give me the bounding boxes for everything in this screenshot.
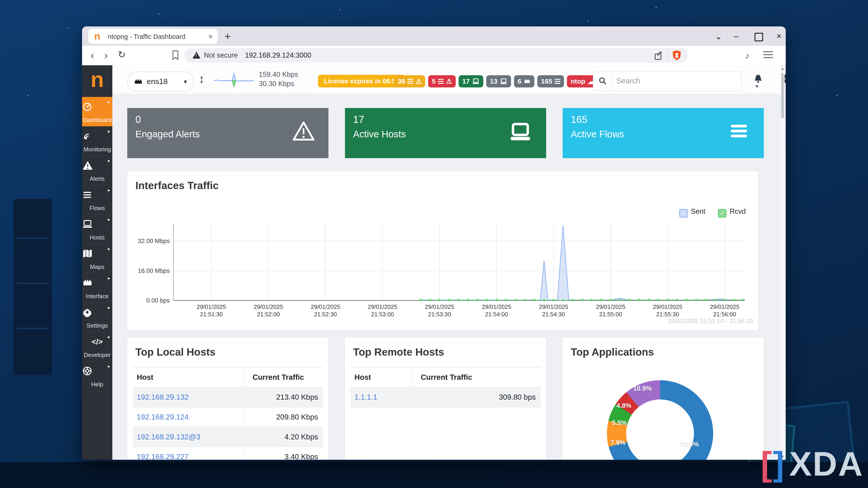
page-scrollbar[interactable]: ▲ ▼	[780, 65, 784, 460]
critical-alerts-badge[interactable]: 5⚠	[428, 75, 456, 88]
x-tick-label: 29/01/202521:54:00	[474, 303, 519, 318]
flows-count-badge[interactable]: 165	[537, 75, 564, 88]
sidebar-item-settings[interactable]: ▸ Settings	[82, 302, 112, 332]
not-secure-icon[interactable]	[193, 52, 200, 59]
column-divider	[411, 367, 412, 408]
ntop-logo[interactable]: n	[82, 67, 112, 92]
maps-icon	[82, 248, 112, 259]
share-icon[interactable]	[654, 51, 663, 60]
help-lifering-icon	[82, 366, 112, 376]
traffic-value: 209.80 Kbps	[247, 413, 323, 421]
chevron-down-icon: ▾	[756, 84, 758, 89]
host-link[interactable]: 192.168.29.132	[137, 393, 188, 401]
browser-tab[interactable]: n ntopng - Traffic Dashboard ×	[88, 29, 218, 44]
developer-code-icon: </>	[82, 337, 112, 346]
search-box[interactable]	[593, 71, 742, 91]
back-button[interactable]: ‹	[91, 49, 94, 61]
scrollbar-thumb[interactable]	[781, 73, 784, 118]
x-tick-label: 29/01/202521:55:00	[588, 303, 633, 318]
interfaces-traffic-panel: Interfaces Traffic ✓Sent ✓Rcvd 32.00 Mbp…	[127, 171, 758, 330]
sidebar-item-label: Hosts	[82, 234, 112, 241]
wallpaper-shelf-line	[16, 237, 49, 239]
card-label: Active Flows	[571, 129, 624, 140]
sidebar-item-help[interactable]: ▸ Help	[82, 361, 112, 391]
engaged-alerts-card[interactable]: 0 Engaged Alerts	[127, 108, 329, 158]
host-link[interactable]: 192.168.29.132@3	[137, 433, 200, 441]
ethernet-icon	[134, 78, 143, 86]
address-bar[interactable]: Not secure 192.168.29.124:3000	[184, 48, 688, 63]
tab-strip: n ntopng - Traffic Dashboard × + ⌄ – ×	[82, 26, 786, 46]
status-badges: 39⚠ 5⚠ 17 13 6 165 ntop☁ ✈	[394, 75, 615, 88]
new-tab-button[interactable]: +	[224, 30, 231, 42]
tab-search-icon[interactable]: ⌄	[715, 31, 722, 41]
minimize-button[interactable]: –	[734, 31, 739, 41]
active-hosts-badge[interactable]: 17	[459, 75, 483, 88]
active-flows-card[interactable]: 165 Active Flows	[563, 108, 764, 158]
sidebar-item-label: Maps	[82, 263, 112, 270]
ntopng-page: n ▸ Dashboard ▸ Monitoring ▸	[82, 65, 786, 460]
tab-close-icon[interactable]: ×	[208, 32, 213, 41]
sidebar-item-developer[interactable]: ▸ </> Developer	[82, 332, 112, 361]
notifications-bell[interactable]: ▾	[754, 74, 763, 93]
host-link[interactable]: 192.168.29.227	[137, 453, 188, 460]
sidebar-item-flows[interactable]: ▸ Flows	[82, 185, 112, 215]
remote-hosts-badge[interactable]: 13	[486, 75, 511, 88]
updown-arrows-icon: ↕	[199, 72, 205, 86]
desktop: []XDA n ntopng - Traffic Dashboard × + ⌄…	[0, 0, 868, 488]
ethernet-icon	[524, 78, 531, 85]
x-tick-label: 29/01/202521:54:30	[531, 303, 576, 318]
x-tick-label: 29/01/202521:51:30	[189, 303, 234, 318]
interface-select[interactable]: ens18 ▾	[127, 72, 194, 92]
main-content: ens18 ▾ ↕ 159.40 Kbps 30.30 Kbps Lice	[112, 65, 781, 460]
reload-button[interactable]: ↻	[118, 49, 126, 60]
url-text[interactable]: 192.168.29.124:3000	[245, 51, 311, 59]
traffic-column-header: Current Traffic	[415, 373, 541, 382]
sidebar: n ▸ Dashboard ▸ Monitoring ▸	[82, 65, 112, 460]
host-column-header: Host	[350, 373, 415, 382]
search-input[interactable]	[616, 74, 735, 88]
sidebar-item-monitoring[interactable]: ▸ Monitoring	[82, 126, 112, 156]
sidebar-item-alerts[interactable]: ▸ Alerts	[82, 156, 112, 185]
card-label: Active Hosts	[353, 129, 406, 140]
traffic-value: 213.40 Kbps	[247, 393, 323, 401]
host-link[interactable]: 1.1.1.1	[354, 393, 377, 401]
laptop-icon	[500, 78, 507, 85]
sidebar-item-interface[interactable]: ▸ Interface	[82, 273, 112, 302]
brave-shield-icon[interactable]	[672, 50, 682, 61]
maximize-button[interactable]	[754, 33, 763, 41]
download-rate: 30.30 Kbps	[259, 79, 298, 88]
traffic-value: 3.40 Kbps	[247, 453, 323, 460]
chevron-down-icon: ▾	[184, 78, 187, 86]
host-link[interactable]: 192.168.29.124	[137, 413, 188, 421]
table-row: 192.168.29.227 3.40 Kbps	[133, 447, 323, 460]
forward-button[interactable]: ›	[104, 49, 107, 61]
donut-label: 5.5%	[612, 419, 627, 427]
donut-label: 7.9%	[611, 439, 625, 447]
list-icon	[438, 79, 444, 80]
upload-rate: 159.40 Kbps	[259, 70, 298, 79]
bookmark-icon[interactable]	[172, 50, 179, 60]
sidebar-item-label: Interface	[82, 293, 112, 300]
sidebar-item-label: Alerts	[82, 175, 112, 182]
window-close-button[interactable]: ×	[776, 31, 781, 41]
not-secure-label[interactable]: Not secure	[204, 51, 238, 59]
license-expiry-badge[interactable]: License expires in 06:51	[318, 75, 405, 88]
sidebar-item-label: Flows	[82, 205, 112, 212]
settings-gear-icon	[82, 307, 112, 318]
table-row: 192.168.29.132 213.40 Kbps	[133, 387, 323, 408]
devices-badge[interactable]: 6	[514, 75, 535, 88]
scroll-up-icon[interactable]: ▲	[780, 67, 784, 70]
menu-icon[interactable]	[763, 51, 773, 52]
xda-bracket-right: ]	[773, 445, 785, 483]
card-value: 17	[353, 114, 364, 125]
panel-title: Top Applications	[571, 346, 654, 358]
sidebar-item-maps[interactable]: ▸ Maps	[82, 244, 112, 273]
active-hosts-card[interactable]: 17 Active Hosts	[345, 108, 546, 158]
interface-ethernet-icon	[82, 278, 112, 288]
alerts-warning-badge[interactable]: 39⚠	[394, 75, 425, 88]
sidebar-item-dashboard[interactable]: ▸ Dashboard	[82, 97, 112, 126]
media-control-icon[interactable]: ♪	[745, 51, 749, 61]
sidebar-item-label: Developer	[82, 352, 112, 359]
top-remote-hosts-panel: Top Remote Hosts Host Current Traffic 1.…	[345, 338, 546, 460]
sidebar-item-hosts[interactable]: ▸ Hosts	[82, 215, 112, 244]
